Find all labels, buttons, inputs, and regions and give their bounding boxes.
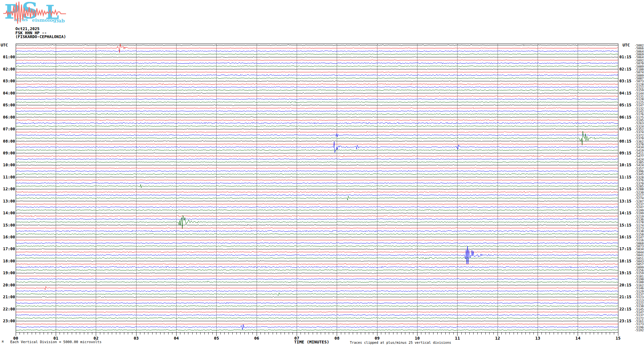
right-time-label: 18:15 (619, 259, 632, 263)
seismo-trace-row-29 (16, 131, 618, 133)
seismo-trace-row-94 (16, 325, 618, 330)
seismo-trace-row-63 (16, 234, 618, 235)
seismo-trace-row-15 (16, 90, 618, 90)
seismo-trace-row-32 (16, 141, 618, 142)
seismo-trace-row-73 (16, 263, 618, 265)
seismo-trace-row-88 (16, 309, 618, 309)
left-time-label: 09:00 (0, 151, 15, 155)
seismo-trace-row-10 (16, 75, 618, 76)
seismo-trace-row-60 (16, 225, 618, 226)
left-time-label: 14:00 (0, 211, 15, 215)
seismo-trace-row-11 (16, 78, 618, 78)
seismo-trace-row-49 (16, 192, 618, 193)
seismo-trace-row-13 (16, 84, 618, 85)
right-time-label: 12:15 (619, 187, 632, 191)
seismo-trace-row-61 (16, 227, 618, 229)
x-tick-label: 10 (413, 336, 422, 341)
right-time-label: 20:15 (619, 283, 632, 287)
trace-mean-value: -5178 (634, 221, 644, 224)
right-time-label: 04:15 (619, 91, 632, 95)
x-tick-label: 09 (373, 336, 382, 341)
seismo-trace-row-51 (16, 196, 618, 200)
left-time-label: 19:00 (0, 271, 15, 275)
clip-note: Traces clipped at plus/minus 25 vertical… (350, 341, 451, 344)
seismo-trace-row-19 (16, 102, 618, 103)
seismo-trace-row-87 (16, 306, 618, 306)
x-tick-label: 14 (574, 336, 582, 341)
trace-mean-value: -5192 (634, 329, 644, 332)
seismo-trace-row-18 (16, 99, 618, 100)
trace-mean-value: -5288 (634, 188, 644, 191)
seismo-trace-row-57 (16, 216, 618, 217)
seismo-trace-row-26 (16, 122, 618, 124)
seismo-trace-row-81 (16, 286, 618, 290)
seismo-trace-row-46 (16, 183, 618, 184)
seismo-trace-row-67 (16, 246, 618, 246)
seismo-trace-row-16 (16, 93, 618, 94)
trace-mean-value: -5376 (634, 179, 644, 182)
left-time-label: 02:00 (0, 67, 15, 71)
x-tick-label: 03 (132, 336, 141, 341)
left-time-label: 04:00 (0, 91, 15, 95)
left-time-label: 17:00 (0, 247, 15, 251)
seismo-trace-row-27 (16, 126, 618, 127)
right-time-label: 09:15 (619, 151, 632, 155)
seismo-trace-row-70 (16, 246, 618, 264)
left-time-label: 21:00 (0, 295, 15, 299)
left-time-label: 13:00 (0, 199, 15, 203)
right-time-label: 16:15 (619, 235, 632, 239)
right-time-label: 21:15 (619, 295, 632, 299)
seismo-trace-row-37 (16, 155, 618, 157)
seismo-trace-row-45 (16, 179, 618, 181)
seismo-trace-row-2 (16, 51, 618, 52)
x-tick-label: 15 (614, 336, 623, 341)
x-tick-label: 08 (333, 336, 342, 341)
seismo-trace-row-20 (16, 104, 618, 106)
right-time-label: 17:15 (619, 247, 632, 251)
right-time-label: 10:15 (619, 163, 632, 167)
seismo-trace-row-31 (16, 131, 618, 145)
right-time-label: 01:15 (619, 55, 632, 59)
right-time-label: 14:15 (619, 211, 632, 215)
trace-mean-value: -5073 (634, 80, 644, 83)
psl-logo: P atras S eismology L ab (3, 1, 67, 26)
scale-note: Each Vertical Division = 5000.00 microvo… (10, 340, 102, 344)
seismo-trace-row-79 (16, 281, 618, 283)
trace-mean-value: -5434 (634, 146, 644, 149)
trace-mean-value: -5123 (634, 296, 644, 299)
seismo-trace-row-72 (16, 260, 618, 262)
left-time-label: 18:00 (0, 259, 15, 263)
seismo-trace-row-59 (16, 215, 618, 229)
seismo-trace-row-83 (16, 293, 618, 295)
trace-mean-value: -5159 (634, 272, 644, 275)
trace-mean-value: -5477 (634, 155, 644, 158)
seismo-trace-row-68 (16, 249, 618, 250)
seismo-trace-row-41 (16, 168, 618, 169)
trace-mean-value: -5274 (634, 197, 644, 200)
x-tick-label: 11 (453, 336, 462, 341)
seismo-trace-row-7 (16, 66, 618, 67)
seismo-trace-row-92 (16, 321, 618, 321)
seismo-trace-row-52 (16, 201, 618, 202)
right-time-label: 07:15 (619, 127, 632, 131)
seismo-trace-row-34 (16, 142, 618, 152)
seismo-trace-row-25 (16, 119, 618, 121)
trace-mean-value: -5147 (634, 104, 644, 107)
seismo-trace-row-44 (16, 177, 618, 178)
right-time-label: 11:15 (619, 175, 632, 179)
left-time-label: 15:00 (0, 223, 15, 227)
seismo-trace-row-42 (16, 170, 618, 172)
seismo-trace-row-66 (16, 243, 618, 243)
seismo-trace-row-74 (16, 267, 618, 268)
seismo-trace-row-86 (16, 302, 618, 304)
right-time-label: 02:15 (619, 67, 632, 71)
seismo-trace-row-3 (16, 54, 618, 54)
right-time-label: 23:15 (619, 319, 632, 323)
helicorder-svg (0, 0, 644, 346)
seismo-trace-row-75 (16, 270, 618, 270)
seismo-trace-row-23 (16, 113, 618, 114)
seismo-trace-row-39 (16, 162, 618, 162)
left-time-label: 06:00 (0, 115, 15, 119)
seismo-trace-row-71 (16, 257, 618, 259)
footer-mark: M (2, 341, 4, 343)
